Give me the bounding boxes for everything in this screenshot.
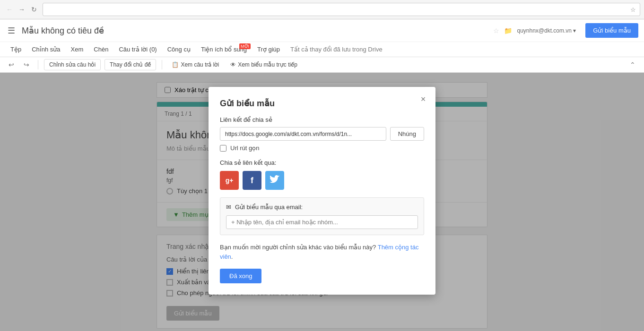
url-input[interactable]: https://docs.google.com/a/dkt.com.vn/for…	[47, 6, 630, 13]
short-url-label: Url rút gọn	[230, 144, 259, 152]
preview-link[interactable]: 👁 Xem biểu mẫu trực tiếp	[226, 59, 301, 70]
address-bar[interactable]: https://docs.google.com/a/dkt.com.vn/for…	[43, 3, 640, 16]
short-url-row: Url rút gọn	[220, 144, 424, 152]
email-icon: ✉	[226, 204, 231, 211]
email-input[interactable]	[226, 215, 418, 229]
menu-edit[interactable]: Chỉnh sửa	[27, 42, 65, 57]
browser-toolbar: ← → ↻ https://docs.google.com/a/dkt.com.…	[0, 0, 644, 19]
address-bar-icons: ☆	[630, 6, 636, 13]
short-url-checkbox[interactable]	[220, 145, 226, 152]
share-via-label: Chia sẻ liên kết qua:	[220, 159, 424, 166]
hamburger-icon[interactable]: ☰	[6, 24, 17, 38]
folder-icon[interactable]: 📁	[504, 27, 512, 34]
email-header-text: Gửi biểu mẫu qua email:	[235, 204, 303, 211]
edit-question-button[interactable]: Chỉnh sửa câu hỏi	[44, 59, 101, 70]
app-menu: Tệp Chỉnh sửa Xem Chèn Câu trả lời (0) C…	[0, 42, 644, 57]
url-row: Nhúng	[220, 127, 424, 141]
browser-chrome: ← → ↻ https://docs.google.com/a/dkt.com.…	[0, 0, 644, 19]
toolbar-separator-1	[38, 60, 38, 69]
invite-text: Bạn muốn mời người chỉnh sửa khác vào bi…	[220, 243, 424, 261]
redo-button[interactable]: ↪	[21, 59, 32, 70]
app-title: Mẫu không có tiêu đề	[22, 25, 487, 36]
modal-overlay: × Gửi biểu mẫu Liên kết để chia sẻ Nhúng…	[0, 73, 644, 331]
twitter-icon	[270, 175, 280, 186]
modal-close-button[interactable]: ×	[417, 93, 430, 106]
menu-insert[interactable]: Chèn	[89, 42, 113, 57]
email-section: ✉ Gửi biểu mẫu qua email:	[220, 197, 424, 235]
url-field[interactable]	[220, 127, 386, 141]
menu-tools[interactable]: Công cụ	[163, 42, 195, 57]
new-badge: MỚI	[239, 43, 251, 49]
star-icon[interactable]: ☆	[493, 27, 499, 34]
facebook-button[interactable]: f	[243, 171, 261, 190]
embed-button[interactable]: Nhúng	[390, 127, 424, 141]
send-form-button-header[interactable]: Gửi biểu mẫu	[585, 23, 638, 38]
menu-view[interactable]: Xem	[66, 42, 88, 57]
responses-icon: 📋	[172, 61, 179, 68]
main-content: Xáo trật tự câu hỏi ? Trang 1 / 1 Mẫu kh…	[0, 73, 644, 331]
send-form-modal: × Gửi biểu mẫu Liên kết để chia sẻ Nhúng…	[209, 87, 435, 295]
facebook-icon: f	[251, 176, 253, 186]
twitter-button[interactable]	[265, 171, 284, 190]
undo-button[interactable]: ↩	[6, 59, 17, 70]
user-info[interactable]: quynhnx@dkt.com.vn ▾	[517, 27, 576, 34]
back-button[interactable]: ←	[4, 4, 15, 15]
menu-help[interactable]: Trợ giúp	[252, 42, 285, 57]
link-section-label: Liên kết để chia sẻ	[220, 116, 424, 123]
menu-addons[interactable]: Tiện ích bổ sung MỚI	[196, 42, 252, 57]
bookmark-icon: ☆	[630, 6, 636, 13]
reload-button[interactable]: ↻	[28, 4, 40, 15]
view-responses-link[interactable]: 📋 Xem câu trả lời	[168, 59, 223, 70]
change-theme-button[interactable]: Thay đổi chủ đề	[104, 59, 156, 70]
toolbar-separator-2	[162, 60, 162, 69]
forward-button[interactable]: →	[16, 4, 27, 15]
collapse-button[interactable]: ⌃	[627, 59, 638, 70]
app-header: ☰ Mẫu không có tiêu đề ☆ 📁 quynhnx@dkt.c…	[0, 19, 644, 57]
gplus-icon: g+	[226, 177, 234, 184]
menu-saved: Tất cả thay đổi đã lưu trong Drive	[286, 42, 387, 57]
social-buttons: g+ f	[220, 171, 424, 190]
modal-title: Gửi biểu mẫu	[220, 98, 424, 109]
app-header-top: ☰ Mẫu không có tiêu đề ☆ 📁 quynhnx@dkt.c…	[0, 19, 644, 42]
editor-toolbar: ↩ ↪ Chỉnh sửa câu hỏi Thay đổi chủ đề 📋 …	[0, 57, 644, 73]
eye-icon: 👁	[230, 61, 236, 68]
menu-file[interactable]: Tệp	[6, 42, 26, 57]
menu-responses[interactable]: Câu trả lời (0)	[114, 42, 161, 57]
google-plus-button[interactable]: g+	[220, 171, 239, 190]
nav-buttons: ← → ↻	[4, 4, 40, 15]
email-section-header: ✉ Gửi biểu mẫu qua email:	[226, 204, 418, 211]
done-button[interactable]: Đã xong	[220, 269, 261, 283]
